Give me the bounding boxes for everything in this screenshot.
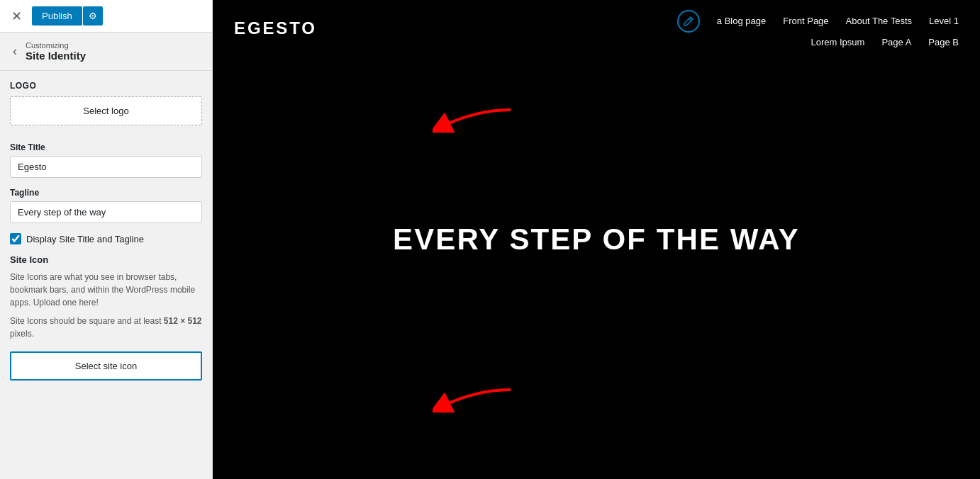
site-icon-description1: Site Icons are what you see in browser t… [10,271,202,309]
breadcrumb: ‹ Customizing Site Identity [0,33,212,71]
nav-right: a Blog page Front Page About The Tests L… [677,10,959,47]
display-title-tagline-checkbox[interactable] [10,233,21,244]
customizer-panel: ✕ Publish ⚙ ‹ Customizing Site Identity … [0,0,213,479]
preview-nav: EGESTO a Blog page Front Page About The … [213,0,980,57]
publish-button[interactable]: Publish [32,6,82,26]
edit-icon[interactable] [677,10,700,33]
breadcrumb-parent: Customizing [26,41,86,50]
back-button[interactable]: ‹ [10,43,20,60]
nav-link-front[interactable]: Front Page [783,16,828,26]
arrow-logo [433,103,518,148]
site-icon-title: Site Icon [10,254,202,265]
select-site-icon-button[interactable]: Select site icon [10,351,202,381]
nav-top-row: a Blog page Front Page About The Tests L… [677,10,959,33]
site-name: EGESTO [234,18,317,38]
nav-link-level1[interactable]: Level 1 [929,16,959,26]
site-icon-description2: Site Icons should be square and at least… [10,315,202,340]
breadcrumb-text: Customizing Site Identity [26,41,86,62]
nav-link-lorem[interactable]: Lorem Ipsum [811,37,865,47]
nav-bottom-row: Lorem Ipsum Page A Page B [811,37,959,47]
display-checkbox-row: Display Site Title and Tagline [10,233,202,244]
top-bar: ✕ Publish ⚙ [0,0,212,33]
panel-content: Logo Select logo Site Title Tagline Disp… [0,71,212,390]
tagline-input[interactable] [10,201,202,223]
nav-link-pageb[interactable]: Page B [928,37,959,47]
settings-button[interactable]: ⚙ [83,6,103,26]
publish-group: Publish ⚙ [32,6,103,26]
nav-link-about[interactable]: About The Tests [846,16,912,26]
select-logo-button[interactable]: Select logo [10,96,202,125]
site-preview: EGESTO a Blog page Front Page About The … [213,0,980,479]
tagline-label: Tagline [10,188,202,198]
site-title-label: Site Title [10,142,202,152]
display-checkbox-label[interactable]: Display Site Title and Tagline [26,234,144,244]
site-title-input[interactable] [10,156,202,178]
breadcrumb-title: Site Identity [26,50,86,62]
arrow-icon [433,383,518,428]
logo-section-label: Logo [10,81,202,91]
nav-link-pagea[interactable]: Page A [881,37,911,47]
nav-link-blog[interactable]: a Blog page [717,16,766,26]
hero-text: EVERY STEP OF THE WAY [393,222,800,257]
close-button[interactable]: ✕ [7,7,26,26]
